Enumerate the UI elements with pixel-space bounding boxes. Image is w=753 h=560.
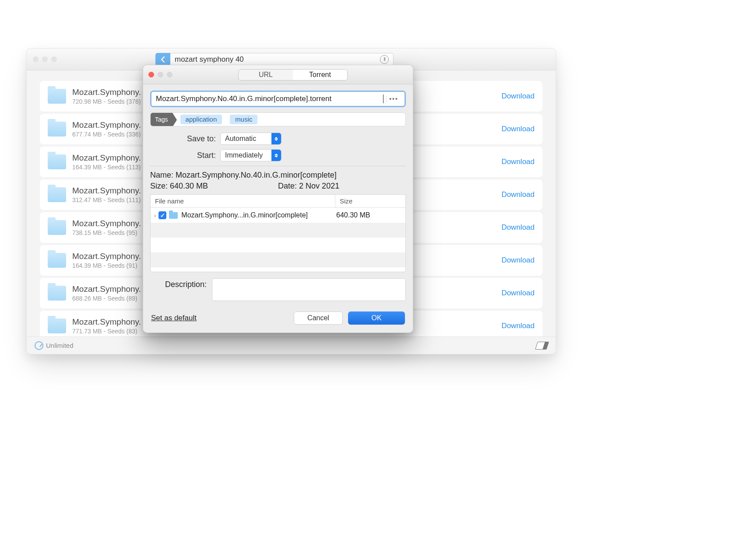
file-table: File name Size › ✓ Mozart.Symphony...in.… <box>150 194 406 272</box>
file-row[interactable]: › ✓ Mozart.Symphony...in.G.minor[complet… <box>151 208 405 223</box>
file-row-empty <box>151 238 405 252</box>
tags-label: Tags <box>151 113 172 126</box>
download-link[interactable]: Download <box>501 92 535 101</box>
download-link[interactable]: Download <box>501 256 535 265</box>
download-link[interactable]: Download <box>501 158 535 166</box>
chevron-updown-icon <box>271 150 281 161</box>
tag-chip[interactable]: music <box>230 115 257 124</box>
dialog-traffic-lights[interactable] <box>148 72 172 77</box>
chevron-updown-icon <box>271 133 281 144</box>
gauge-icon <box>35 341 43 350</box>
folder-icon <box>48 122 66 136</box>
date-line: Date: 2 Nov 2021 <box>278 182 339 191</box>
folder-icon <box>48 187 66 202</box>
description-label: Description: <box>165 278 207 301</box>
tab-url[interactable]: URL <box>239 70 293 80</box>
tag-chip[interactable]: application <box>180 115 222 124</box>
add-download-dialog: URL Torrent Mozart.Symphony.No.40.in.G.m… <box>143 65 413 333</box>
download-link[interactable]: Download <box>501 322 535 330</box>
close-dot-icon[interactable] <box>33 56 39 62</box>
file-name: Mozart.Symphony...in.G.minor[complete] <box>181 211 336 219</box>
save-to-value: Automatic <box>225 135 256 143</box>
search-text: mozart symphony 40 <box>175 55 244 64</box>
folder-icon <box>48 318 66 333</box>
browse-button[interactable]: ••• <box>386 95 401 102</box>
chevron-left-icon <box>160 56 165 63</box>
zoom-dot-icon <box>167 72 172 77</box>
search-input[interactable]: mozart symphony 40 II <box>170 53 394 66</box>
cancel-button[interactable]: Cancel <box>294 312 343 325</box>
col-header-size[interactable]: Size <box>335 195 405 207</box>
minimize-dot-icon[interactable] <box>42 56 48 62</box>
set-default-link[interactable]: Set as default <box>151 314 197 322</box>
speed-label: Unlimited <box>46 342 74 349</box>
start-label: Start: <box>176 151 216 160</box>
result-title: Mozart.Symphony. <box>72 88 141 97</box>
minimize-dot-icon <box>158 72 163 77</box>
search-bar: mozart symphony 40 II <box>155 53 394 66</box>
col-header-filename[interactable]: File name <box>151 195 335 207</box>
dialog-footer: Set as default Cancel OK <box>143 304 413 332</box>
start-select[interactable]: Immediately <box>220 149 281 161</box>
size-line: Size: 640.30 MB <box>150 182 208 191</box>
folder-icon <box>48 286 66 301</box>
result-title: Mozart.Symphony. <box>72 153 141 163</box>
dialog-body: Mozart.Symphony.No.40.in.G.minor[complet… <box>143 84 413 304</box>
traffic-lights[interactable] <box>33 56 57 62</box>
main-footer: Unlimited <box>27 336 556 354</box>
tags-field[interactable]: Tags application music <box>150 112 406 126</box>
download-link[interactable]: Download <box>501 190 535 199</box>
chevron-right-icon[interactable]: › <box>154 212 156 219</box>
folder-icon <box>48 253 66 268</box>
name-line: Name: Mozart.Symphony.No.40.in.G.minor[c… <box>150 171 406 180</box>
result-title: Mozart.Symphony. <box>72 219 141 228</box>
zoom-dot-icon[interactable] <box>51 56 57 62</box>
pause-icon[interactable]: II <box>380 55 389 64</box>
file-size: 640.30 MB <box>336 211 402 219</box>
file-row-empty <box>151 252 405 267</box>
result-title: Mozart.Symphony. <box>72 284 141 294</box>
result-subtitle: 312.47 MB - Seeds (111) <box>72 196 141 203</box>
folder-icon <box>48 89 66 104</box>
divider <box>150 166 406 166</box>
file-checkbox[interactable]: ✓ <box>158 211 166 219</box>
source-segmented: URL Torrent <box>238 69 348 80</box>
result-subtitle: 738.15 MB - Seeds (95) <box>72 229 141 236</box>
result-title: Mozart.Symphony. <box>72 317 141 327</box>
folder-icon <box>48 220 66 235</box>
result-subtitle: 688.26 MB - Seeds (89) <box>72 295 141 302</box>
save-to-label: Save to: <box>176 134 216 144</box>
file-row-empty <box>151 223 405 238</box>
download-link[interactable]: Download <box>501 223 535 232</box>
start-value: Immediately <box>225 151 263 159</box>
result-subtitle: 720.98 MB - Seeds (378) <box>72 98 141 105</box>
back-button[interactable] <box>155 53 170 66</box>
download-link[interactable]: Download <box>501 125 535 133</box>
result-title: Mozart.Symphony. <box>72 120 141 130</box>
ok-button[interactable]: OK <box>348 312 405 325</box>
result-title: Mozart.Symphony. <box>72 186 141 196</box>
torrent-file-value: Mozart.Symphony.No.40.in.G.minor[complet… <box>156 94 384 103</box>
tab-torrent[interactable]: Torrent <box>293 70 347 80</box>
torrent-file-field[interactable]: Mozart.Symphony.No.40.in.G.minor[complet… <box>150 91 406 107</box>
result-subtitle: 164.39 MB - Seeds (113) <box>72 164 141 171</box>
folder-icon <box>48 154 66 169</box>
close-dot-icon[interactable] <box>148 72 154 77</box>
clear-button[interactable] <box>535 342 549 350</box>
description-input[interactable] <box>212 278 406 301</box>
result-subtitle: 771.73 MB - Seeds (83) <box>72 328 141 335</box>
download-link[interactable]: Download <box>501 289 535 298</box>
result-subtitle: 677.74 MB - Seeds (336) <box>72 131 141 138</box>
dialog-titlebar: URL Torrent <box>143 65 413 84</box>
save-to-select[interactable]: Automatic <box>220 133 281 145</box>
speed-status[interactable]: Unlimited <box>35 341 74 350</box>
folder-icon <box>169 212 178 219</box>
result-title: Mozart.Symphony. <box>72 252 141 261</box>
result-subtitle: 164.39 MB - Seeds (91) <box>72 262 141 269</box>
